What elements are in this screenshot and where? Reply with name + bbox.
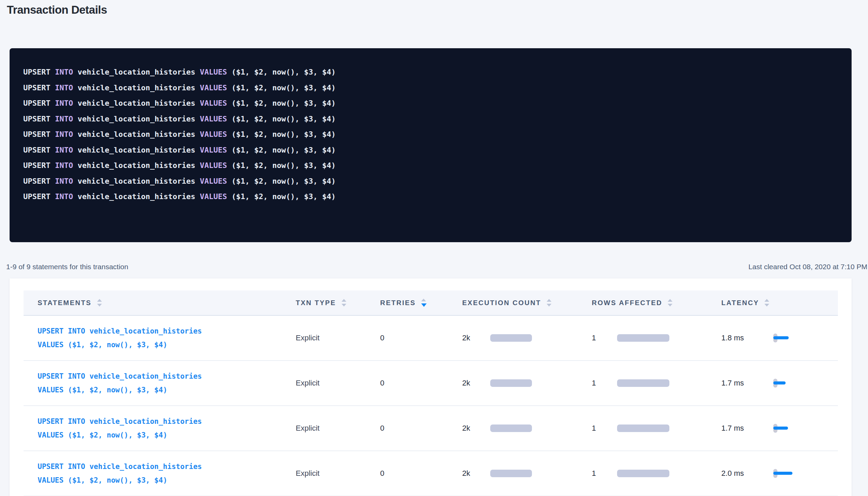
sql-keyword-token: VALUES (200, 130, 232, 139)
statement-link[interactable]: UPSERT INTO vehicle_location_historiesVA… (38, 324, 296, 352)
transaction-sql-code-block: UPSERT INTO vehicle_location_histories V… (10, 48, 852, 242)
latency-cell: 2.0 ms (721, 469, 838, 478)
sql-keyword-token: VALUES (200, 115, 232, 123)
sql-plain-token: ($1, $2, now(), $3, $4) (231, 177, 336, 185)
latency-bar (773, 427, 788, 430)
sql-plain-token: ($1, $2, now(), $3, $4) (231, 99, 336, 107)
sort-arrows-icon (668, 299, 672, 306)
statement-link-line2: VALUES ($1, $2, now(), $3, $4) (38, 338, 296, 352)
statement-link-line1: UPSERT INTO vehicle_location_histories (38, 460, 296, 473)
retries-cell: 0 (380, 379, 462, 388)
statement-link[interactable]: UPSERT INTO vehicle_location_historiesVA… (38, 369, 296, 397)
statement-cell: UPSERT INTO vehicle_location_historiesVA… (24, 460, 296, 487)
sql-plain-token: vehicle_location_histories (78, 83, 200, 92)
execution-count-bar (490, 470, 532, 477)
latency-bar-chart (773, 334, 797, 342)
sort-ascending-icon (97, 299, 102, 302)
statement-link-line1: UPSERT INTO vehicle_location_histories (38, 324, 296, 338)
column-header-latency[interactable]: LATENCY (721, 299, 838, 307)
column-header-label: TXN TYPE (296, 299, 336, 307)
sql-keyword-token: INTO (55, 192, 78, 201)
statement-link[interactable]: UPSERT INTO vehicle_location_historiesVA… (38, 460, 296, 487)
rows-affected-bar (617, 470, 669, 477)
statement-link-line1: UPSERT INTO vehicle_location_histories (38, 369, 296, 383)
execution-count-value: 2k (462, 334, 490, 342)
latency-bar-chart (773, 379, 797, 388)
rows-affected-cell: 1 (592, 334, 721, 342)
retries-value: 0 (380, 469, 384, 478)
sql-keyword-token: VALUES (200, 146, 232, 154)
sql-statement-line: UPSERT INTO vehicle_location_histories V… (23, 173, 841, 189)
rows-affected-bar (617, 334, 669, 342)
table-row: UPSERT INTO vehicle_location_historiesVA… (24, 316, 838, 361)
statement-link[interactable]: UPSERT INTO vehicle_location_historiesVA… (38, 415, 296, 442)
statement-cell: UPSERT INTO vehicle_location_historiesVA… (24, 324, 296, 352)
sql-keyword-token: INTO (55, 177, 78, 185)
sql-plain-token: ($1, $2, now(), $3, $4) (231, 68, 336, 76)
sql-statement-line: UPSERT INTO vehicle_location_histories V… (23, 80, 841, 96)
sql-keyword-token: INTO (55, 115, 78, 123)
sql-plain-token: ($1, $2, now(), $3, $4) (231, 146, 336, 154)
sql-keyword-token: INTO (55, 130, 78, 139)
execution-count-value: 2k (462, 379, 490, 388)
sort-descending-icon (97, 304, 102, 306)
latency-value: 1.7 ms (721, 424, 773, 433)
sort-descending-icon (421, 303, 427, 307)
sort-descending-icon (547, 304, 551, 306)
sort-descending-icon (342, 304, 346, 306)
statement-cell: UPSERT INTO vehicle_location_historiesVA… (24, 415, 296, 442)
txn-type-value: Explicit (296, 334, 320, 342)
column-header-statements[interactable]: STATEMENTS (24, 299, 296, 307)
execution-count-bar (490, 379, 532, 387)
txn-type-cell: Explicit (296, 469, 380, 478)
column-header-rows-affected[interactable]: ROWS AFFECTED (592, 299, 721, 307)
statement-link-line2: VALUES ($1, $2, now(), $3, $4) (38, 428, 296, 442)
rows-affected-cell: 1 (592, 379, 721, 388)
txn-type-cell: Explicit (296, 379, 380, 388)
latency-value: 1.8 ms (721, 334, 773, 342)
column-header-label: EXECUTION COUNT (462, 299, 541, 307)
latency-bar (773, 472, 792, 475)
sql-statement-line: UPSERT INTO vehicle_location_histories V… (23, 142, 841, 158)
sort-arrows-icon (97, 299, 102, 306)
sort-arrows-icon (342, 299, 346, 306)
column-header-label: ROWS AFFECTED (592, 299, 662, 307)
statement-cell: UPSERT INTO vehicle_location_historiesVA… (24, 369, 296, 397)
sql-plain-token: vehicle_location_histories (78, 68, 200, 76)
column-header-execution-count[interactable]: EXECUTION COUNT (462, 299, 592, 307)
sql-plain-token: UPSERT (23, 115, 55, 123)
sql-plain-token: UPSERT (23, 99, 55, 107)
sql-plain-token: UPSERT (23, 146, 55, 154)
sql-statement-line: UPSERT INTO vehicle_location_histories V… (23, 95, 841, 111)
sort-arrows-icon (547, 299, 551, 306)
latency-bar (773, 336, 789, 339)
statement-link-line2: VALUES ($1, $2, now(), $3, $4) (38, 383, 296, 397)
rows-affected-cell: 1 (592, 424, 721, 433)
sql-keyword-token: INTO (55, 146, 78, 154)
rows-affected-value: 1 (592, 334, 617, 342)
sql-plain-token: vehicle_location_histories (78, 192, 200, 201)
statements-range-text: 1-9 of 9 statements for this transaction (6, 263, 128, 271)
sql-statement-line: UPSERT INTO vehicle_location_histories V… (23, 189, 841, 205)
column-header-label: STATEMENTS (38, 299, 92, 307)
statements-table-body: UPSERT INTO vehicle_location_historiesVA… (24, 316, 838, 496)
sql-plain-token: ($1, $2, now(), $3, $4) (231, 115, 336, 123)
sort-ascending-icon (547, 299, 551, 302)
sql-plain-token: UPSERT (23, 130, 55, 139)
txn-type-value: Explicit (296, 379, 320, 387)
sql-plain-token: ($1, $2, now(), $3, $4) (231, 192, 336, 201)
execution-count-cell: 2k (462, 424, 592, 433)
sql-keyword-token: INTO (55, 99, 78, 107)
execution-count-cell: 2k (462, 379, 592, 388)
latency-value: 1.7 ms (721, 379, 773, 388)
rows-affected-cell: 1 (592, 469, 721, 478)
column-header-txn-type[interactable]: TXN TYPE (296, 299, 380, 307)
column-header-retries[interactable]: RETRIES (380, 299, 462, 307)
latency-cell: 1.8 ms (721, 334, 838, 342)
retries-value: 0 (380, 334, 384, 342)
sort-ascending-icon (342, 299, 346, 302)
retries-value: 0 (380, 379, 384, 387)
latency-bar (773, 381, 786, 384)
rows-affected-bar (617, 379, 669, 387)
last-cleared-text: Last cleared Oct 08, 2020 at 7:10 PM (748, 263, 867, 271)
